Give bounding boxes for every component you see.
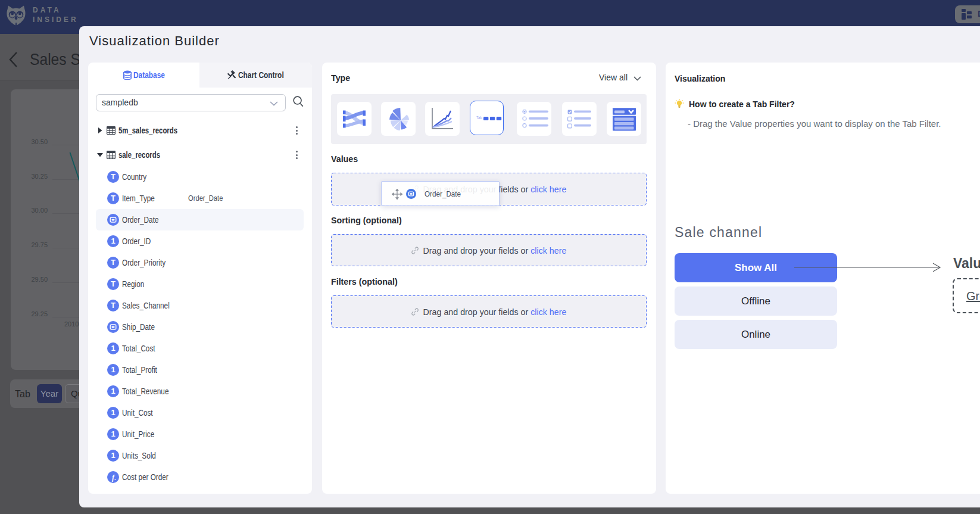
svg-text:f: f [112, 473, 115, 481]
